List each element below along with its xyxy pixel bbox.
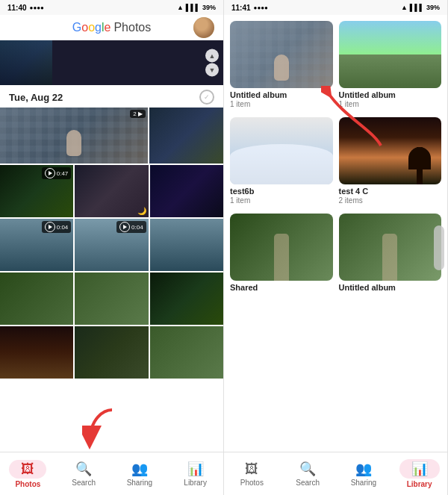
grid-row-5 xyxy=(0,326,223,379)
right-nav-search[interactable]: 🔍 Search xyxy=(280,452,336,495)
photo-cell-path[interactable] xyxy=(150,326,223,379)
right-nav-sharing[interactable]: 👥 Sharing xyxy=(336,452,392,495)
left-signal-icon: ▌▌▌ xyxy=(186,4,200,11)
scroll-down-arrow[interactable]: ▼ xyxy=(205,63,219,77)
scroll-indicator xyxy=(434,225,444,270)
google-photos-logo: Google Photos xyxy=(72,21,151,34)
photo-cell-video2[interactable]: 0:04 xyxy=(0,219,73,271)
album-title-1: Untitled album xyxy=(230,90,333,99)
photo-cell-mosque[interactable]: 🌙 xyxy=(75,165,148,217)
grid-row-2: 0:47 🌙 xyxy=(0,165,223,217)
snow-wave xyxy=(230,144,333,184)
photo-cell-night[interactable] xyxy=(150,165,223,217)
park-path-1 xyxy=(274,234,289,281)
album-count-4: 2 items xyxy=(339,196,442,205)
nav-search-label: Search xyxy=(72,479,96,487)
right-photos-icon: 🖼 xyxy=(245,461,258,477)
photo-cell-river[interactable] xyxy=(0,273,73,325)
photos-text: Photos xyxy=(113,21,151,34)
right-nav-library[interactable]: 📊 Library xyxy=(391,452,447,495)
avatar-button[interactable] xyxy=(193,17,214,38)
moon-badge: 🌙 xyxy=(137,207,146,215)
video-duration-2: 0:04 xyxy=(57,224,69,231)
video-badge-2: 0:04 xyxy=(42,221,72,233)
right-library-icon: 📊 xyxy=(411,461,428,476)
album-card-4[interactable]: test 4 C 2 items xyxy=(339,117,442,205)
logo-text: Google xyxy=(72,21,111,34)
search-icon: 🔍 xyxy=(75,461,92,477)
select-date-button[interactable]: ✓ xyxy=(199,90,214,105)
right-nav-search-label: Search xyxy=(296,479,320,487)
right-battery: 39% xyxy=(426,4,440,11)
album-card-2[interactable]: Untitled album 1 item xyxy=(339,21,442,108)
albums-row-2: test6b 1 item test 4 C 2 items xyxy=(230,117,441,205)
top-photo-strip: ▲ ▼ xyxy=(0,40,223,85)
date-bar: Tue, Aug 22 ✓ xyxy=(0,85,223,108)
photo-cell-trees[interactable] xyxy=(75,326,148,379)
right-nav-photos[interactable]: 🖼 Photos xyxy=(224,452,280,495)
nav-library-label: Library xyxy=(184,479,207,487)
grid-row-3: 0:04 0:04 xyxy=(0,219,223,271)
nav-sharing[interactable]: 👥 Sharing xyxy=(112,452,168,495)
right-wifi-icon: ▲ xyxy=(401,4,408,11)
albums-row-3: Shared Untitled album xyxy=(230,214,441,293)
album-title-2: Untitled album xyxy=(339,90,442,99)
photo-cell-water[interactable] xyxy=(150,219,223,271)
photo-cell-dark-blue[interactable] xyxy=(149,108,223,164)
snow-scene xyxy=(230,117,333,184)
photo-cell-video3[interactable]: 0:04 xyxy=(75,219,148,271)
album-thumb-hills xyxy=(339,21,442,88)
nav-search[interactable]: 🔍 Search xyxy=(56,452,112,495)
scroll-arrows[interactable]: ▲ ▼ xyxy=(205,49,219,77)
albums-row-1: Untitled album 1 item Untitled album 1 i… xyxy=(230,21,441,108)
nav-sharing-label: Sharing xyxy=(127,479,152,487)
play-icon xyxy=(45,168,55,178)
album-count-1: 1 item xyxy=(230,100,333,108)
library-icon: 📊 xyxy=(187,461,204,477)
album-count-2: 1 item xyxy=(339,100,442,108)
date-label: Tue, Aug 22 xyxy=(9,92,63,103)
album-thumb-blurred xyxy=(230,21,333,88)
left-wifi-icon: ▲ xyxy=(177,4,184,11)
album-card-1[interactable]: Untitled album 1 item xyxy=(230,21,333,108)
photo-cell-blurred[interactable]: 2 ▶ xyxy=(0,108,148,164)
album-title-4: test 4 C xyxy=(339,187,442,196)
hills-detail xyxy=(339,55,442,88)
video-duration-3: 0:04 xyxy=(131,224,143,231)
right-time: 11:41 xyxy=(231,4,251,12)
album-card-6[interactable]: Untitled album xyxy=(339,214,442,293)
photo-cell-video1[interactable]: 0:47 xyxy=(0,165,73,217)
albums-grid: Untitled album 1 item Untitled album 1 i… xyxy=(224,15,447,452)
left-status-bar: 11:40 ●●●● ▲ ▌▌▌ 39% xyxy=(0,0,223,15)
right-search-icon: 🔍 xyxy=(299,461,316,477)
right-nav-photos-label: Photos xyxy=(240,479,264,487)
right-nav-library-label: Library xyxy=(407,480,432,488)
nav-library[interactable]: 📊 Library xyxy=(167,452,223,495)
right-status-bar: 11:41 ●●●● ▲ ▌▌▌ 39% xyxy=(224,0,447,15)
left-time: 11:40 xyxy=(7,4,27,12)
album-card-3[interactable]: test6b 1 item xyxy=(230,117,333,205)
video-duration-1: 0:47 xyxy=(57,170,69,177)
photos-icon: 🖼 xyxy=(21,461,34,476)
video-badge-1: 0:47 xyxy=(42,167,72,179)
photo-cell-lights[interactable] xyxy=(0,326,73,379)
photo-cell-garden[interactable] xyxy=(150,273,223,325)
video-badge-3: 0:04 xyxy=(116,221,146,233)
nav-photos[interactable]: 🖼 Photos xyxy=(0,452,56,495)
check-icon: ✓ xyxy=(204,93,210,101)
photo-grid: 2 ▶ 0:47 🌙 0:04 xyxy=(0,108,223,452)
grid-row-1: 2 ▶ xyxy=(0,108,223,164)
album-thumb-park2 xyxy=(339,214,442,281)
right-sharing-icon: 👥 xyxy=(355,461,372,477)
play-icon-3 xyxy=(119,222,130,232)
left-bottom-nav: 🖼 Photos 🔍 Search 👥 Sharing 📊 Library xyxy=(0,452,223,495)
right-signal-dots: ●●●● xyxy=(254,4,268,11)
sunset-tree xyxy=(417,147,423,184)
right-nav-sharing-label: Sharing xyxy=(351,479,376,487)
avatar xyxy=(193,17,214,38)
top-strip-photo[interactable] xyxy=(0,40,52,85)
photo-cell-park[interactable] xyxy=(75,273,148,325)
person-in-album xyxy=(274,55,289,81)
album-card-5[interactable]: Shared xyxy=(230,214,333,293)
scroll-up-arrow[interactable]: ▲ xyxy=(205,49,219,63)
